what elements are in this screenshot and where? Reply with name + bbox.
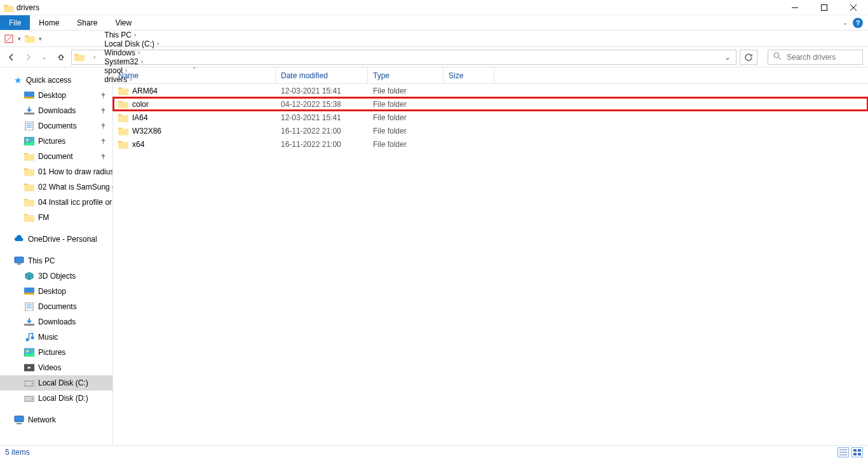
search-input[interactable]: [787, 51, 857, 64]
table-row[interactable]: IA6412-03-2021 15:41File folder: [113, 111, 868, 124]
breadcrumb-label: System32: [104, 57, 138, 66]
sidebar-item[interactable]: Document: [0, 149, 112, 164]
row-date: 04-12-2022 15:38: [276, 100, 368, 109]
row-date: 12-03-2021 15:41: [276, 87, 368, 95]
sidebar-item-label: Desktop: [38, 287, 66, 296]
sidebar-item[interactable]: Pictures: [0, 345, 112, 360]
chevron-right-icon: ›: [154, 40, 161, 47]
sidebar-item-label: 01 How to draw radius: [38, 167, 112, 176]
view-large-button[interactable]: [851, 447, 863, 457]
sidebar-item[interactable]: Downloads: [0, 314, 112, 330]
sidebar-item[interactable]: Videos: [0, 360, 112, 375]
sidebar-network[interactable]: Network: [0, 412, 112, 427]
svg-rect-20: [858, 453, 861, 455]
breadcrumb-segment[interactable]: Local Disk (C:)›: [102, 39, 164, 48]
drive-icon: [24, 378, 34, 387]
tab-home[interactable]: Home: [30, 15, 68, 30]
breadcrumb-segment[interactable]: System32›: [102, 57, 164, 66]
svg-point-16: [774, 53, 779, 58]
table-row[interactable]: x6416-11-2022 21:00File folder: [113, 137, 868, 151]
sidebar-label: This PC: [28, 256, 55, 265]
sidebar-item[interactable]: Music: [0, 330, 112, 345]
row-name: color: [132, 100, 149, 109]
ribbon-chevron-icon[interactable]: ⌄: [843, 19, 848, 26]
search-icon: [773, 52, 782, 62]
column-date[interactable]: Date modified: [276, 67, 368, 83]
column-type[interactable]: Type: [368, 67, 444, 83]
sidebar-item[interactable]: Desktop: [0, 284, 112, 299]
sidebar-item[interactable]: Pictures: [0, 134, 112, 149]
folder-icon: [24, 183, 34, 191]
maximize-button[interactable]: [810, 0, 839, 15]
documents-icon: [24, 121, 34, 130]
tab-share[interactable]: Share: [68, 15, 106, 30]
sidebar-item-label: Local Disk (C:): [38, 378, 88, 387]
column-size[interactable]: Size: [444, 67, 494, 83]
table-row[interactable]: W32X8616-11-2022 21:00File folder: [113, 124, 868, 137]
pin-icon: [100, 153, 107, 160]
folder-icon: [24, 167, 34, 176]
sidebar-item[interactable]: Documents: [0, 299, 112, 314]
sidebar-item[interactable]: Local Disk (D:): [0, 391, 112, 406]
qat-chevron2-icon[interactable]: ▾: [39, 36, 42, 42]
navigation-bar: ⌄ › This PC›Local Disk (C:)›Windows›Syst…: [0, 47, 868, 67]
forward-button[interactable]: [22, 51, 34, 64]
sidebar-thispc[interactable]: This PC: [0, 253, 112, 268]
recent-locations-button[interactable]: ⌄: [38, 51, 51, 64]
refresh-button[interactable]: [740, 50, 757, 65]
address-bar[interactable]: › This PC›Local Disk (C:)›Windows›System…: [71, 50, 736, 65]
title-bar: drivers: [0, 0, 868, 15]
sidebar-quickaccess[interactable]: ★ Quick access: [0, 73, 112, 88]
qat-chevron-icon[interactable]: ▾: [18, 36, 21, 42]
status-bar: 5 items: [0, 445, 868, 458]
sidebar-item[interactable]: 02 What is SamSung c: [0, 179, 112, 195]
minimize-button[interactable]: [780, 0, 810, 15]
table-row[interactable]: color04-12-2022 15:38File folder: [113, 97, 868, 111]
breadcrumb-label: This PC: [104, 31, 132, 39]
column-name[interactable]: Name ⌃: [113, 67, 276, 83]
videos-icon: [24, 363, 34, 372]
sidebar-item-label: Desktop: [38, 91, 66, 100]
tab-view[interactable]: View: [106, 15, 140, 30]
tab-file[interactable]: File: [0, 15, 30, 30]
search-box[interactable]: [768, 50, 863, 65]
breadcrumb-segment[interactable]: This PC›: [102, 31, 164, 39]
pin-icon: [100, 107, 107, 114]
qat-newfolder-icon[interactable]: [25, 34, 35, 44]
window-folder-icon: [4, 4, 13, 11]
up-button[interactable]: [55, 51, 67, 64]
column-headers: Name ⌃ Date modified Type Size: [113, 67, 868, 84]
back-button[interactable]: [5, 51, 18, 64]
sidebar-item[interactable]: 01 How to draw radius: [0, 164, 112, 179]
help-icon[interactable]: ?: [853, 18, 863, 28]
table-row[interactable]: ARM6412-03-2021 15:41File folder: [113, 84, 868, 97]
sidebar-item[interactable]: 04 Install icc profile or: [0, 195, 112, 210]
sidebar-onedrive[interactable]: OneDrive - Personal: [0, 232, 112, 247]
sidebar-label: Network: [28, 415, 56, 424]
documents-icon: [24, 302, 34, 311]
chevron-right-icon: ›: [139, 58, 146, 65]
address-dropdown-icon[interactable]: ⌄: [722, 53, 733, 62]
pin-icon: [100, 122, 107, 130]
row-name: IA64: [132, 113, 148, 122]
breadcrumb-segment[interactable]: Windows›: [102, 48, 164, 57]
close-button[interactable]: [839, 0, 868, 15]
pin-icon: [100, 137, 107, 145]
sidebar-item[interactable]: Documents: [0, 118, 112, 134]
folder-icon: [118, 113, 128, 122]
sidebar-item-label: Music: [38, 333, 58, 342]
qat-properties-icon[interactable]: [4, 34, 14, 44]
pin-icon: [100, 92, 107, 99]
sidebar-item[interactable]: FM: [0, 210, 112, 225]
network-icon: [14, 415, 24, 424]
row-name: x64: [132, 140, 144, 149]
sidebar-item[interactable]: Desktop: [0, 88, 112, 103]
sidebar-item[interactable]: Local Disk (C:): [0, 375, 112, 391]
view-details-button[interactable]: [837, 447, 849, 457]
row-type: File folder: [368, 100, 444, 109]
sidebar-item[interactable]: 3D Objects: [0, 268, 112, 284]
row-type: File folder: [368, 140, 444, 149]
crumb-root-chevron[interactable]: ›: [88, 53, 100, 60]
sidebar-item[interactable]: Downloads: [0, 103, 112, 118]
chevron-right-icon: ›: [135, 49, 142, 56]
